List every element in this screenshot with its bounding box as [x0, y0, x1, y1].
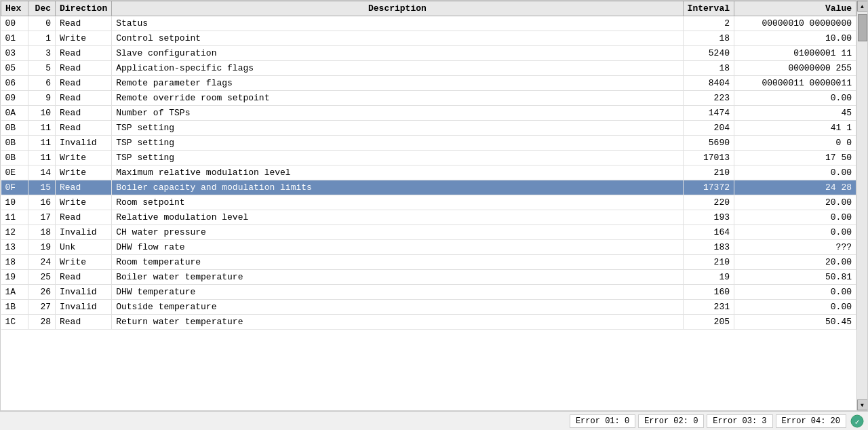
table-cell: Read — [56, 121, 112, 136]
table-row[interactable]: 055ReadApplication-specific flags1800000… — [1, 61, 856, 76]
table-cell: 0F — [1, 180, 28, 195]
col-header-dec: Dec — [28, 1, 56, 16]
table-cell: Read — [56, 210, 112, 225]
table-row[interactable]: 0B11WriteTSP setting1701317 50 — [1, 151, 856, 165]
table-cell: 160 — [683, 285, 734, 300]
table-cell: Write — [56, 31, 112, 46]
table-row[interactable]: 0F15ReadBoiler capacity and modulation l… — [1, 180, 856, 195]
table-cell: 19 — [683, 270, 734, 285]
table-cell: Remote parameter flags — [112, 76, 683, 91]
table-cell: 24 28 — [734, 180, 856, 195]
table-cell: 24 — [28, 255, 56, 270]
error04-status: Error 04: 20 — [776, 414, 846, 428]
table-cell: Invalid — [56, 285, 112, 300]
table-cell: 16 — [28, 195, 56, 210]
table-row[interactable]: 1218InvalidCH water pressure1640.00 — [1, 225, 856, 240]
table-row[interactable]: 1B27InvalidOutside temperature2310.00 — [1, 300, 856, 315]
table-row[interactable]: 0A10ReadNumber of TSPs147445 — [1, 106, 856, 121]
table-cell: Read — [56, 61, 112, 76]
table-cell: Control setpoint — [112, 31, 683, 46]
table-cell: Unk — [56, 240, 112, 255]
table-cell: 220 — [683, 195, 734, 210]
table-cell: 00000000 255 — [734, 61, 856, 76]
table-cell: 0B — [1, 151, 28, 165]
table-row[interactable]: 0E14WriteMaximum relative modulation lev… — [1, 165, 856, 180]
table-cell: 11 — [28, 121, 56, 136]
table-cell: 11 — [28, 136, 56, 151]
table-cell: 0B — [1, 121, 28, 136]
table-row[interactable]: 000ReadStatus200000010 00000000 — [1, 16, 856, 31]
col-header-direction: Direction — [56, 1, 112, 16]
table-cell: 13 — [1, 240, 28, 255]
table-cell: DHW temperature — [112, 285, 683, 300]
table-cell: Write — [56, 165, 112, 180]
table-cell: 231 — [683, 300, 734, 315]
scroll-up-button[interactable]: ▲ — [857, 1, 868, 12]
table-cell: 9 — [28, 91, 56, 106]
table-cell: 10 — [1, 195, 28, 210]
table-row[interactable]: 099ReadRemote override room setpoint2230… — [1, 91, 856, 106]
table-cell: 0A — [1, 106, 28, 121]
table-cell: Invalid — [56, 225, 112, 240]
table-cell: 1C — [1, 315, 28, 330]
table-cell: 26 — [28, 285, 56, 300]
table-row[interactable]: 066ReadRemote parameter flags84040000001… — [1, 76, 856, 91]
table-row[interactable]: 1824WriteRoom temperature21020.00 — [1, 255, 856, 270]
scroll-down-button[interactable]: ▼ — [857, 399, 868, 410]
table-cell: 17 50 — [734, 151, 856, 165]
table-row[interactable]: 1117ReadRelative modulation level1930.00 — [1, 210, 856, 225]
table-cell: 19 — [28, 240, 56, 255]
table-cell: Read — [56, 91, 112, 106]
table-cell: 1474 — [683, 106, 734, 121]
table-cell: 0.00 — [734, 91, 856, 106]
table-row[interactable]: 011WriteControl setpoint1810.00 — [1, 31, 856, 46]
table-cell: 205 — [683, 315, 734, 330]
scrollbar-thumb[interactable] — [858, 14, 867, 41]
table-cell: 6 — [28, 76, 56, 91]
table-cell: Read — [56, 315, 112, 330]
table-cell: Relative modulation level — [112, 210, 683, 225]
table-cell: Read — [56, 16, 112, 31]
table-cell: 18 — [683, 31, 734, 46]
table-cell: Read — [56, 76, 112, 91]
table-cell: 0E — [1, 165, 28, 180]
table-cell: 0.00 — [734, 210, 856, 225]
table-cell: Number of TSPs — [112, 106, 683, 121]
table-row[interactable]: 1016WriteRoom setpoint22020.00 — [1, 195, 856, 210]
table-cell: 10.00 — [734, 31, 856, 46]
table-row[interactable]: 1925ReadBoiler water temperature1950.81 — [1, 270, 856, 285]
table-cell: 28 — [28, 315, 56, 330]
table-cell: Invalid — [56, 300, 112, 315]
table-cell: Status — [112, 16, 683, 31]
table-row[interactable]: 033ReadSlave configuration524001000001 1… — [1, 46, 856, 61]
table-cell: 0 — [28, 16, 56, 31]
col-header-description: Description — [112, 1, 683, 16]
col-header-value: Value — [734, 1, 856, 16]
table-cell: Boiler capacity and modulation limits — [112, 180, 683, 195]
col-header-interval: Interval — [683, 1, 734, 16]
table-cell: 06 — [1, 76, 28, 91]
table-cell: 41 1 — [734, 121, 856, 136]
table-cell: 0 0 — [734, 136, 856, 151]
scrollbar[interactable]: ▲ ▼ — [856, 1, 867, 410]
table-cell: 20.00 — [734, 255, 856, 270]
table-row[interactable]: 0B11ReadTSP setting20441 1 — [1, 121, 856, 136]
table-cell: 0.00 — [734, 285, 856, 300]
table-cell: 18 — [28, 225, 56, 240]
table-cell: 183 — [683, 240, 734, 255]
table-row[interactable]: 0B11InvalidTSP setting56900 0 — [1, 136, 856, 151]
table-cell: 12 — [1, 225, 28, 240]
table-row[interactable]: 1C28ReadReturn water temperature20550.45 — [1, 315, 856, 330]
table-cell: Return water temperature — [112, 315, 683, 330]
table-row[interactable]: 1319UnkDHW flow rate183??? — [1, 240, 856, 255]
error02-status: Error 02: 0 — [638, 414, 704, 428]
status-bar: Error 01: 0 Error 02: 0 Error 03: 3 Erro… — [0, 411, 868, 430]
table-cell: Invalid — [56, 136, 112, 151]
table-cell: 0B — [1, 136, 28, 151]
table-cell: 00000011 00000011 — [734, 76, 856, 91]
table-cell: 0.00 — [734, 225, 856, 240]
table-row[interactable]: 1A26InvalidDHW temperature1600.00 — [1, 285, 856, 300]
table-cell: TSP setting — [112, 151, 683, 165]
table-cell: 01 — [1, 31, 28, 46]
table-cell: 05 — [1, 61, 28, 76]
